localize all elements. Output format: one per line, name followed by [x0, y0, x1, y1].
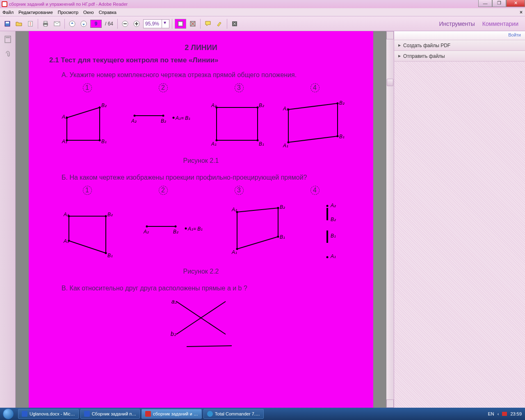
- comments-link[interactable]: Комментарии: [482, 21, 518, 27]
- taskbar-app-icon: [145, 411, 151, 417]
- page-down-icon[interactable]: [79, 19, 89, 29]
- svg-text:A₂: A₂: [330, 203, 336, 208]
- zoom-in-icon[interactable]: [132, 19, 142, 29]
- svg-text:B₂: B₂: [161, 118, 167, 124]
- question-c: В. Как относительно друг друга расположе…: [49, 283, 353, 293]
- svg-point-20: [98, 139, 100, 142]
- accordion-send-files[interactable]: ▶Отправить файлы: [394, 51, 525, 62]
- svg-point-58: [185, 228, 187, 230]
- taskbar-item-label: Сборник заданий п…: [92, 411, 137, 416]
- option-4: 4: [310, 83, 320, 92]
- taskbar-item[interactable]: Total Commander 7.…: [203, 409, 264, 419]
- fit-width-icon[interactable]: [175, 19, 186, 29]
- restore-button[interactable]: ❐: [492, 0, 506, 7]
- taskbar-item[interactable]: Uglanova.docx - Mic…: [18, 409, 79, 419]
- window-titlebar: сборник заданий и упражнений по НГ.pdf -…: [0, 0, 525, 8]
- print-icon[interactable]: [41, 19, 50, 29]
- svg-point-35: [256, 139, 258, 142]
- svg-text:A₁: A₁: [330, 253, 336, 259]
- taskbar-item[interactable]: Сборник заданий п…: [80, 409, 140, 419]
- thumbnails-icon[interactable]: [4, 35, 12, 43]
- taskbar-app-icon: [84, 411, 90, 417]
- caption-2-2: Рисунок 2.2: [49, 268, 353, 275]
- menu-edit[interactable]: Редактирование: [18, 10, 53, 15]
- svg-text:A₂: A₂: [131, 118, 137, 124]
- zoom-out-icon[interactable]: [120, 19, 130, 29]
- open-icon[interactable]: [14, 19, 24, 29]
- email-icon[interactable]: [52, 19, 62, 29]
- scrollbar-thumb[interactable]: [387, 79, 393, 86]
- right-panel-body: [394, 62, 525, 408]
- menu-file[interactable]: Файл: [2, 10, 14, 15]
- svg-point-51: [105, 252, 107, 254]
- menu-window[interactable]: Окно: [83, 10, 94, 15]
- tray-flag-icon[interactable]: [502, 412, 507, 416]
- page-input[interactable]: 9: [90, 20, 102, 28]
- create-pdf-icon[interactable]: [25, 19, 35, 29]
- svg-rect-12: [179, 22, 182, 25]
- save-icon[interactable]: [2, 19, 12, 29]
- svg-text:A₁: A₁: [231, 249, 237, 255]
- svg-text:B₁: B₁: [259, 141, 264, 147]
- fit-page-icon[interactable]: [188, 19, 198, 29]
- attachments-icon[interactable]: [4, 49, 12, 57]
- start-button[interactable]: [0, 408, 16, 420]
- question-a: А. Укажите номер комплексного чертежа от…: [49, 70, 353, 80]
- svg-text:B₁: B₁: [280, 234, 285, 240]
- svg-text:A₁= B₁: A₁= B₁: [175, 115, 190, 121]
- tray-chevron-icon[interactable]: ‹: [498, 411, 499, 416]
- menu-view[interactable]: Просмотр: [58, 10, 78, 15]
- caption-2-1: Рисунок 2.1: [49, 157, 353, 164]
- accordion-create-pdf[interactable]: ▶Создать файлы PDF: [394, 40, 525, 51]
- minimize-button[interactable]: —: [478, 0, 492, 7]
- chevron-down-icon[interactable]: ▾: [162, 20, 167, 28]
- option-3b: 3: [235, 186, 244, 195]
- svg-point-18: [98, 107, 100, 109]
- taskbar-item-label: Uglanova.docx - Mic…: [30, 411, 75, 416]
- close-button[interactable]: ✕: [506, 0, 525, 7]
- svg-text:A₂: A₂: [283, 106, 289, 112]
- svg-text:A₂: A₂: [63, 212, 69, 217]
- tools-link[interactable]: Инструменты: [439, 21, 475, 27]
- question-b: Б. На каком чертеже изображены проекции …: [49, 173, 353, 183]
- option-2b: 2: [159, 186, 168, 195]
- svg-text:B₂: B₂: [331, 217, 336, 222]
- svg-text:A₁: A₁: [63, 238, 69, 244]
- svg-text:B₂: B₂: [259, 103, 265, 108]
- taskbar-item[interactable]: сборник заданий и …: [142, 409, 201, 419]
- login-link[interactable]: Войти: [394, 31, 525, 40]
- read-mode-icon[interactable]: [230, 19, 240, 29]
- system-tray[interactable]: EN ‹ 23:59: [488, 411, 525, 416]
- chevron-right-icon: ▶: [398, 54, 401, 58]
- svg-point-57: [174, 226, 176, 228]
- svg-text:A₂: A₂: [143, 229, 149, 235]
- svg-text:A₂: A₂: [62, 114, 68, 120]
- svg-text:A₁: A₁: [62, 139, 67, 144]
- document-viewport[interactable]: 2 ЛИНИИ 2.1 Тест для текущего контроля п…: [16, 31, 394, 408]
- svg-text:B₂: B₂: [173, 229, 179, 235]
- svg-point-65: [277, 236, 279, 238]
- taskbar-item-label: сборник заданий и …: [153, 411, 198, 416]
- svg-point-33: [256, 107, 258, 109]
- option-3: 3: [235, 83, 244, 92]
- svg-text:B₂: B₂: [101, 103, 107, 108]
- svg-point-25: [133, 115, 135, 117]
- highlight-icon[interactable]: [215, 19, 224, 29]
- svg-text:B₂: B₂: [339, 100, 345, 106]
- comment-icon[interactable]: [203, 19, 213, 29]
- options-row-b: 1 2 3 4: [49, 186, 353, 195]
- tray-clock[interactable]: 23:59: [510, 411, 522, 416]
- heading-2: 2 ЛИНИИ: [49, 43, 353, 52]
- svg-text:A₂: A₂: [231, 207, 237, 212]
- tray-lang[interactable]: EN: [488, 411, 494, 416]
- menu-help[interactable]: Справка: [99, 10, 116, 15]
- page-up-icon[interactable]: [67, 19, 77, 29]
- svg-text:b₂: b₂: [171, 331, 176, 337]
- taskbar-app-icon: [207, 411, 213, 417]
- vertical-scrollbar[interactable]: [386, 31, 394, 408]
- heading-2-1: 2.1 Тест для текущего контроля по теме «…: [49, 56, 353, 64]
- zoom-level[interactable]: 95,9%▾: [143, 19, 169, 28]
- svg-point-63: [277, 207, 279, 209]
- doc-close-button[interactable]: ×: [520, 9, 523, 15]
- option-1: 1: [83, 83, 92, 92]
